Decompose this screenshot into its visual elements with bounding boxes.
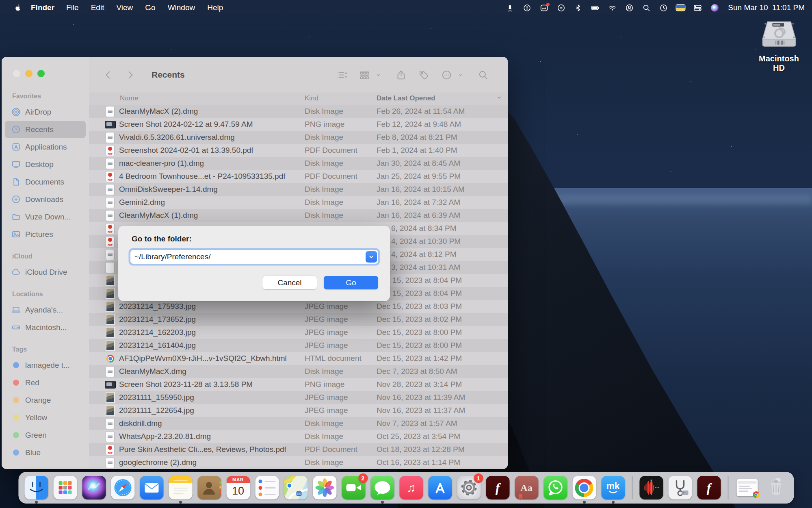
dock-item-trash[interactable] bbox=[764, 476, 788, 499]
time-machine-clock-icon[interactable] bbox=[656, 2, 670, 13]
menu-edit[interactable]: Edit bbox=[85, 3, 110, 12]
dock-item-messages[interactable] bbox=[370, 476, 394, 499]
sidebar-item-red[interactable]: Red bbox=[5, 374, 86, 391]
sidebar-item-orange[interactable]: Orange bbox=[5, 391, 86, 409]
file-row[interactable]: 20231111_155950.jpgJPEG imageNov 16, 202… bbox=[89, 391, 508, 404]
sort-direction-icon[interactable] bbox=[496, 94, 502, 103]
dock-item-system-settings[interactable]: 1 bbox=[457, 476, 481, 499]
file-row[interactable]: 20231214_161404.jpgJPEG imageDec 15, 202… bbox=[89, 339, 508, 352]
cancel-button[interactable]: Cancel bbox=[262, 276, 317, 289]
sidebar-item-pictures[interactable]: Pictures bbox=[5, 226, 86, 243]
column-header-name[interactable]: Name bbox=[120, 94, 138, 102]
file-row[interactable]: 20231214_162203.jpgJPEG imageDec 15, 202… bbox=[89, 326, 508, 339]
file-row[interactable]: CleanMyMacX (1).dmgDisk ImageJan 16, 202… bbox=[89, 209, 508, 222]
spotlight-search-icon[interactable] bbox=[639, 2, 653, 13]
dock-item-dictionary[interactable]: Aa bbox=[515, 476, 538, 499]
siri-icon[interactable] bbox=[708, 2, 721, 13]
zoom-button[interactable] bbox=[37, 70, 45, 77]
dock-item-facetime[interactable]: 2 bbox=[342, 476, 365, 499]
file-row[interactable]: OmniDiskSweeper-1.14.dmgDisk ImageJan 16… bbox=[89, 183, 508, 196]
creative-cloud-icon[interactable]: ∞ bbox=[554, 2, 568, 13]
macintosh-hd-desktop-icon[interactable]: Macintosh HD bbox=[754, 20, 804, 73]
menu-go[interactable]: Go bbox=[139, 3, 161, 12]
dock-item-launchpad[interactable] bbox=[53, 476, 77, 499]
sidebar-item-green[interactable]: Green bbox=[5, 426, 86, 444]
file-row[interactable]: diskdrill.dmgDisk ImageNov 7, 2023 at 1:… bbox=[89, 417, 508, 430]
dock-item-maps[interactable]: 280 bbox=[284, 476, 307, 499]
wifi-icon[interactable] bbox=[605, 2, 619, 13]
battery-icon[interactable] bbox=[588, 2, 602, 13]
dock-item-music[interactable]: ♫ bbox=[399, 476, 423, 499]
group-view-icon[interactable] bbox=[358, 69, 370, 81]
file-row[interactable]: googlechrome (2).dmgDisk ImageOct 16, 20… bbox=[89, 456, 508, 469]
file-row[interactable]: 20231214_175933.jpgJPEG imageDec 15, 202… bbox=[89, 300, 508, 313]
dock-item-flash-installer[interactable]: f bbox=[697, 476, 721, 499]
list-view-icon[interactable] bbox=[336, 69, 348, 81]
share-icon[interactable] bbox=[395, 69, 407, 81]
file-row[interactable]: Screen Shot 2024-02-12 at 9.47.59 AMPNG … bbox=[89, 118, 508, 131]
dock-item-voice-memos[interactable] bbox=[639, 476, 663, 499]
file-row[interactable]: 20231111_122654.jpgJPEG imageNov 16, 202… bbox=[89, 404, 508, 417]
sidebar-item-ayanda-s[interactable]: Ayanda's... bbox=[5, 301, 86, 319]
sidebar-item-airdrop[interactable]: AirDrop bbox=[5, 103, 86, 121]
close-button[interactable] bbox=[13, 70, 20, 77]
sidebar-item-documents[interactable]: Documents bbox=[5, 173, 86, 191]
menu-help[interactable]: Help bbox=[201, 3, 229, 12]
menu-window[interactable]: Window bbox=[162, 3, 201, 12]
file-row[interactable]: Screen Shot 2023-11-28 at 3.13.58 PMPNG … bbox=[89, 378, 508, 391]
file-row[interactable]: Vivaldi.6.5.3206.61.universal.dmgDisk Im… bbox=[89, 131, 508, 144]
dock-item-whatsapp[interactable] bbox=[543, 476, 567, 499]
dock-item-calendar[interactable]: MAR10 bbox=[226, 476, 250, 499]
menu-bar-clock[interactable]: Sun Mar 10 11:01 PM bbox=[725, 3, 805, 12]
file-row[interactable]: Gemini2.dmgDisk ImageJan 16, 2024 at 7:3… bbox=[89, 196, 508, 209]
sidebar-item-blue[interactable]: Blue bbox=[5, 444, 86, 461]
file-row[interactable]: PDFPure Skin Aesthetic Cli...es, Reviews… bbox=[89, 443, 508, 456]
dock-item-mail[interactable] bbox=[140, 476, 163, 499]
user-account-icon[interactable] bbox=[622, 2, 636, 13]
dock-item-finder[interactable] bbox=[24, 476, 48, 499]
dock-item-flash-player[interactable]: f bbox=[486, 476, 509, 499]
dock-item-minimized-chrome-window[interactable] bbox=[735, 476, 759, 499]
minimize-button[interactable] bbox=[25, 70, 32, 77]
dock-item-disk-doctor[interactable] bbox=[668, 476, 692, 499]
file-row[interactable]: 20231214_173652.jpgJPEG imageDec 15, 202… bbox=[89, 313, 508, 326]
sidebar-item-downloads[interactable]: Downloads bbox=[5, 191, 86, 208]
sidebar-item-icloud-drive[interactable]: iCloud Drive bbox=[5, 263, 86, 281]
column-header-date[interactable]: Date Last Opened bbox=[377, 94, 435, 102]
file-row[interactable]: CleanMyMacX (2).dmgDisk ImageFeb 26, 202… bbox=[89, 105, 508, 118]
go-button[interactable]: Go bbox=[324, 276, 378, 289]
file-row[interactable]: CleanMyMacX.dmgDisk ImageDec 7, 2023 at … bbox=[89, 365, 508, 378]
search-icon[interactable] bbox=[477, 69, 489, 81]
cleanmymac-rocket-icon[interactable] bbox=[503, 2, 517, 13]
display-wallpaper-icon[interactable] bbox=[673, 2, 687, 13]
bluetooth-icon[interactable] bbox=[571, 2, 585, 13]
column-header-kind[interactable]: Kind bbox=[305, 94, 318, 102]
menu-view[interactable]: View bbox=[110, 3, 139, 12]
forward-button[interactable] bbox=[124, 69, 136, 81]
sidebar-item-applications[interactable]: Applications bbox=[5, 138, 86, 156]
dock-item-google-chrome[interactable] bbox=[572, 476, 596, 499]
tag-icon[interactable] bbox=[418, 69, 430, 81]
dock-item-mackeeper[interactable]: mk bbox=[601, 476, 625, 499]
dock-item-contacts[interactable] bbox=[197, 476, 221, 499]
dock-item-notes[interactable] bbox=[169, 476, 192, 499]
menu-file[interactable]: File bbox=[60, 3, 85, 12]
sidebar-item-desktop[interactable]: Desktop bbox=[5, 156, 86, 173]
sidebar-item-vuze-down[interactable]: Vuze Down... bbox=[5, 208, 86, 226]
combobox-dropdown-button[interactable] bbox=[366, 251, 377, 263]
file-row[interactable]: mac-cleaner-pro (1).dmgDisk ImageJan 30,… bbox=[89, 157, 508, 170]
dock-item-photos[interactable] bbox=[313, 476, 336, 499]
path-input[interactable] bbox=[130, 250, 366, 264]
file-row[interactable]: PDF4 Bedroom Townhouse...et - P24-109533… bbox=[89, 170, 508, 183]
mackeeper-menu-icon[interactable]: mk bbox=[537, 2, 551, 13]
dock-item-siri[interactable] bbox=[82, 476, 106, 499]
dock-item-reminders[interactable] bbox=[255, 476, 279, 499]
sidebar-item-lamagede-t[interactable]: lamagede t... bbox=[5, 356, 86, 374]
file-row[interactable]: AF1QipPeWvm0X9-rJiH...v-1vSQf2C_Kbwh.htm… bbox=[89, 352, 508, 365]
more-options-icon[interactable] bbox=[440, 69, 453, 81]
apple-menu-icon[interactable] bbox=[9, 2, 25, 13]
active-app-name[interactable]: Finder bbox=[25, 3, 60, 12]
disk-alert-icon[interactable] bbox=[520, 2, 534, 13]
back-button[interactable] bbox=[102, 69, 114, 81]
file-row[interactable]: WhatsApp-2.23.20.81.dmgDisk ImageOct 25,… bbox=[89, 430, 508, 443]
